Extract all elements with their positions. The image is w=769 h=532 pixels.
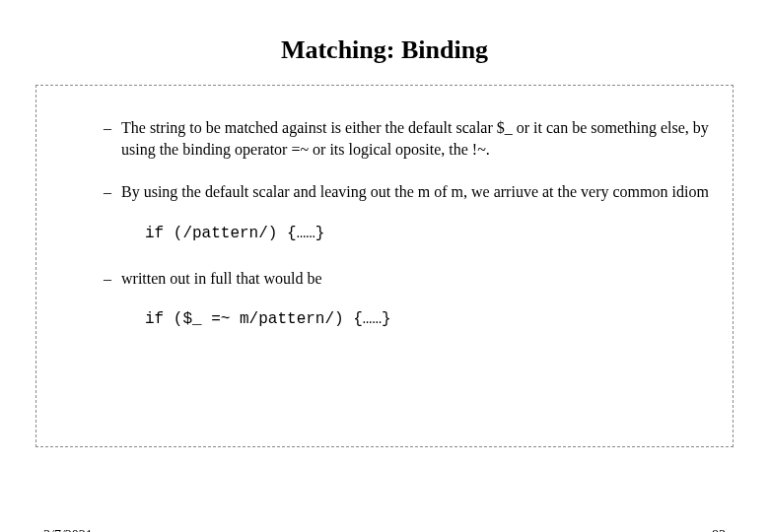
- bullet-text: By using the default scalar and leaving …: [121, 181, 709, 203]
- footer-page-number: 83: [712, 528, 726, 532]
- bullet-dash: –: [104, 117, 111, 160]
- slide-title: Matching: Binding: [0, 35, 769, 65]
- content-box: – The string to be matched against is ei…: [35, 85, 734, 447]
- slide: Matching: Binding – The string to be mat…: [0, 35, 769, 532]
- bullet-item: – The string to be matched against is ei…: [60, 117, 709, 160]
- bullet-text: written out in full that would be: [121, 268, 709, 290]
- code-block: if ($_ =~ m/pattern/) {……}: [145, 310, 709, 328]
- bullet-dash: –: [104, 181, 111, 203]
- bullet-item: – By using the default scalar and leavin…: [60, 181, 709, 203]
- code-block: if (/pattern/) {……}: [145, 225, 709, 242]
- bullet-text: The string to be matched against is eith…: [121, 117, 709, 160]
- bullet-item: – written out in full that would be: [60, 268, 709, 290]
- bullet-dash: –: [104, 268, 111, 290]
- footer-date: 3/7/2021: [43, 528, 93, 532]
